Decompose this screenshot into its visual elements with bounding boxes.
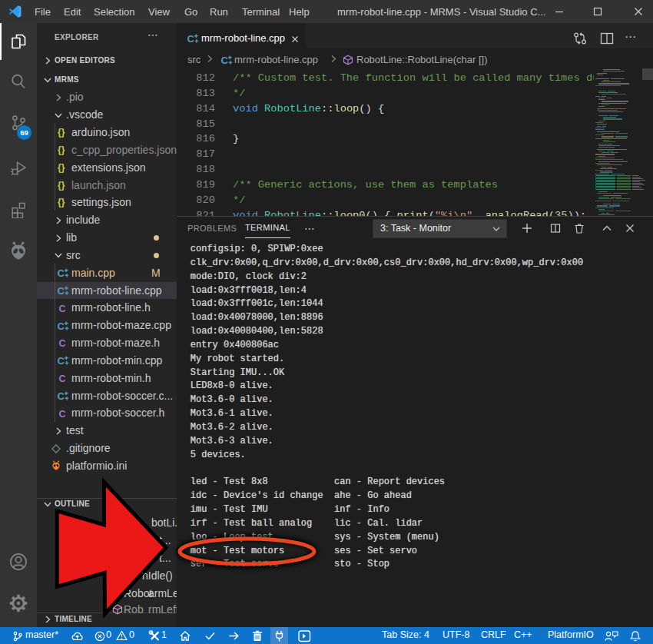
svg-text:C: C: [59, 373, 66, 383]
svg-text:C: C: [58, 390, 65, 401]
svg-text:C: C: [58, 355, 65, 366]
svg-text:C: C: [59, 409, 66, 419]
svg-text:C: C: [58, 320, 65, 331]
svg-text:C: C: [221, 55, 229, 65]
svg-text:C: C: [59, 304, 66, 314]
svg-text:C: C: [58, 285, 65, 296]
svg-text:C: C: [187, 33, 195, 44]
svg-text:C: C: [58, 267, 65, 278]
svg-text:C: C: [59, 338, 66, 348]
